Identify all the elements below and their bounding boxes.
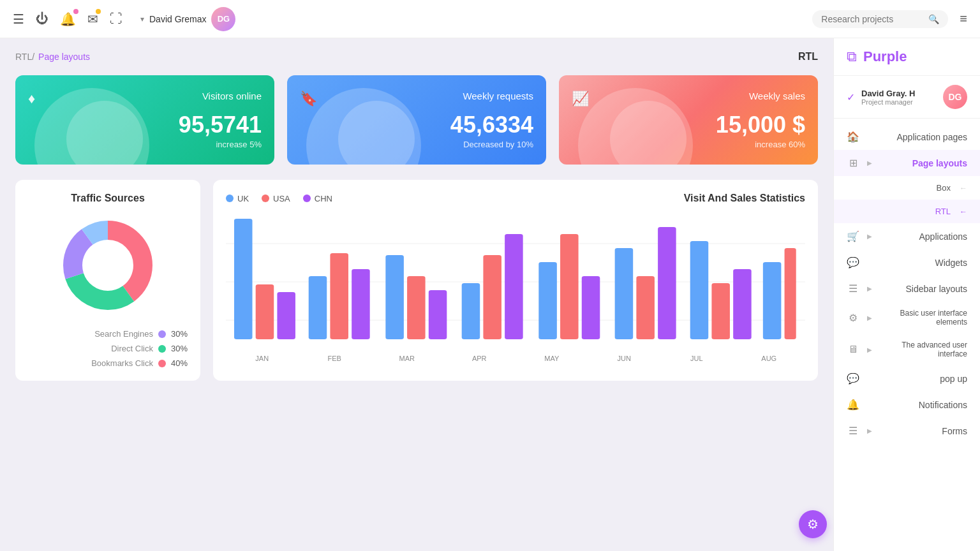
legend-usa: USA <box>262 194 290 203</box>
power-icon[interactable]: ⏻ <box>36 11 48 26</box>
sidebar-layouts-label: Sidebar layouts <box>879 284 967 294</box>
svg-rect-23 <box>733 269 752 339</box>
sidebar-item-notifications[interactable]: 🔔 Notifications <box>834 392 980 418</box>
search-icon: 🔍 <box>928 14 939 24</box>
legend-dot-direct <box>158 345 166 353</box>
hamburger-menu[interactable]: ≡ <box>960 11 967 26</box>
legend-chn: CHN <box>303 194 332 203</box>
topnav: ☰ ⏻ 🔔 ✉ ⛶ ▾ David Gremax DG 🔍 ≡ <box>0 0 980 38</box>
bar-months: JAN FEB MAR APR MAY JUN JUL AUG <box>226 355 805 362</box>
sidebar-item-box[interactable]: Box ← <box>834 176 980 200</box>
sidebar-item-forms[interactable]: ☰ ▶ Forms <box>834 418 980 444</box>
legend-dot-bookmarks <box>158 360 166 367</box>
breadcrumb-current[interactable]: Page layouts <box>38 52 90 62</box>
sidebar-item-page-layouts[interactable]: ⊞ ▶ Page layouts <box>834 150 980 176</box>
traffic-chart-title: Traffic Sources <box>28 193 188 204</box>
popup-icon: 💬 <box>847 372 859 385</box>
sidebar-user-info: David Gray. H Project manager <box>861 89 937 106</box>
svg-rect-17 <box>582 276 600 339</box>
legend-label-direct: Direct Click <box>28 344 153 353</box>
sidebar-layouts-arrow: ▶ <box>867 285 872 292</box>
svg-rect-10 <box>407 276 426 339</box>
mail-icon[interactable]: ✉ <box>87 11 98 27</box>
sidebar-item-application-pages[interactable]: 🏠 Application pages <box>834 124 980 150</box>
svg-rect-11 <box>429 290 447 339</box>
svg-rect-7 <box>330 253 348 339</box>
right-sidebar: ⧉ Purple ✓ David Gray. H Project manager… <box>833 38 980 551</box>
svg-rect-8 <box>352 269 370 339</box>
legend-dot-search <box>158 330 166 338</box>
app-pages-label: Application pages <box>866 132 967 142</box>
donut-container <box>28 214 188 316</box>
topnav-username: David Gremax <box>149 14 206 24</box>
basic-ui-label: Basic user interface elements <box>879 309 967 327</box>
advanced-ui-label: The advanced user interface <box>879 341 967 358</box>
svg-rect-4 <box>256 284 274 339</box>
sidebar-item-popup[interactable]: 💬 pop up <box>834 365 980 392</box>
settings-icon: ⚙ <box>807 517 819 532</box>
forms-label: Forms <box>879 426 967 436</box>
chn-dot <box>303 195 311 202</box>
sidebar-item-basic-ui[interactable]: ⚙ ▶ Basic user interface elements <box>834 302 980 334</box>
stat-card-sales: 📈 Weekly sales 15,000 $ increase 60% <box>559 75 818 165</box>
legend-item-bookmarks: Bookmarks Click 40% <box>28 358 188 368</box>
sales-title: Weekly sales <box>749 91 805 101</box>
sidebar-item-widgets[interactable]: 💬 Widgets <box>834 249 980 276</box>
page-layouts-arrow: ▶ <box>867 159 872 166</box>
sidebar-brand: ⧉ Purple <box>834 38 980 76</box>
legend-pct-bookmarks: 40% <box>171 358 188 368</box>
forms-arrow: ▶ <box>867 427 872 434</box>
donut-legend: Search Engines 30% Direct Click 30% Book… <box>28 329 188 368</box>
sales-sub: increase 60% <box>572 140 805 149</box>
legend-label-bookmarks: Bookmarks Click <box>28 358 153 368</box>
rtl-back-arrow: ← <box>960 207 967 216</box>
svg-rect-18 <box>615 248 634 339</box>
expand-icon[interactable]: ⛶ <box>110 11 122 26</box>
notifications-label: Notifications <box>866 400 967 410</box>
widgets-label: Widgets <box>866 258 967 268</box>
search-bar[interactable]: 🔍 <box>812 10 948 28</box>
applications-label: Applications <box>879 231 967 242</box>
bar-chart-svg <box>226 212 805 352</box>
month-jan: JAN <box>226 355 299 362</box>
widgets-icon: 💬 <box>847 256 859 268</box>
sidebar-item-advanced-ui[interactable]: 🖥 ▶ The advanced user interface <box>834 334 980 365</box>
topnav-avatar: DG <box>211 7 235 31</box>
month-feb: FEB <box>299 355 371 362</box>
requests-icon: 🔖 <box>300 91 317 107</box>
applications-arrow: ▶ <box>867 233 872 240</box>
sidebar-user-avatar: DG <box>943 85 967 109</box>
sidebar-user-name: David Gray. H <box>861 89 937 98</box>
bell-icon[interactable]: 🔔 <box>60 11 76 27</box>
stat-card-requests: 🔖 Weekly requests 45,6334 Decreased by 1… <box>287 75 546 165</box>
month-aug: AUG <box>733 355 806 362</box>
settings-fab[interactable]: ⚙ <box>799 510 827 538</box>
advanced-ui-icon: 🖥 <box>847 344 859 355</box>
user-menu[interactable]: ▾ David Gremax DG <box>140 7 235 31</box>
sidebar-item-sidebar-layouts[interactable]: ☰ ▶ Sidebar layouts <box>834 276 980 302</box>
bar-chart-header: UK USA CHN Visit And Sales Statistics <box>226 193 805 204</box>
usa-dot <box>262 195 269 202</box>
content-area: RTL/ Page layouts RTL ♦ Visitors online … <box>0 38 833 551</box>
svg-rect-5 <box>277 292 295 339</box>
sidebar-item-rtl[interactable]: RTL ← <box>834 200 980 223</box>
svg-rect-6 <box>309 276 327 339</box>
svg-rect-14 <box>505 234 523 339</box>
mail-badge <box>96 9 101 14</box>
charts-row: Traffic Sources <box>15 180 818 381</box>
bar-chart-title: Visit And Sales Statistics <box>684 193 805 204</box>
svg-rect-16 <box>560 234 579 339</box>
basic-ui-icon: ⚙ <box>847 312 859 324</box>
breadcrumb-right: RTL <box>798 51 818 62</box>
usa-label: USA <box>273 194 290 203</box>
forms-icon: ☰ <box>847 425 859 437</box>
sidebar-item-applications[interactable]: 🛒 ▶ Applications <box>834 223 980 249</box>
legend-item-search: Search Engines 30% <box>28 329 188 339</box>
search-input[interactable] <box>821 14 923 24</box>
brand-icon: ⧉ <box>847 48 857 65</box>
svg-rect-20 <box>658 227 676 339</box>
list-icon[interactable]: ☰ <box>13 11 24 27</box>
basic-ui-arrow: ▶ <box>867 314 872 321</box>
rtl-label: RTL <box>862 207 951 216</box>
svg-rect-12 <box>462 283 480 339</box>
